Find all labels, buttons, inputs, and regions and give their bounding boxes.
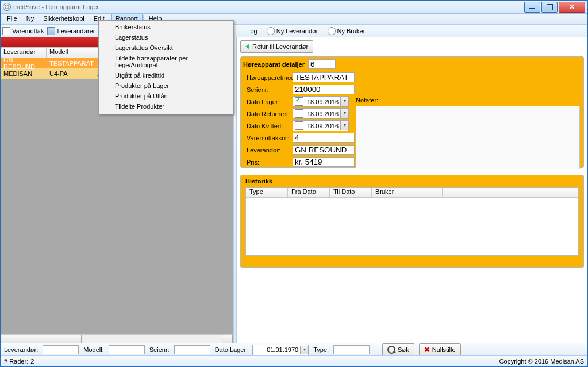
cell-modell: TESTAPPARAT — [47, 59, 94, 67]
col-modell[interactable]: Modell — [47, 48, 94, 58]
toolbar-varemottak[interactable]: Varemottak — [2, 27, 44, 35]
label-serienr: Serienr: — [245, 86, 293, 93]
cell-modell: U4-PA — [47, 70, 94, 78]
right-panel: Retur til Leverandør Høreapparat detalje… — [237, 37, 587, 345]
details-title: Høreapparat detaljer — [243, 61, 305, 68]
menu-sikkerhetskopi[interactable]: Sikkerhetskopi — [39, 14, 89, 24]
date-search-checkbox[interactable] — [255, 346, 263, 354]
toolbar-leverandorer[interactable]: Leverandører — [47, 27, 95, 35]
minimize-button[interactable] — [524, 2, 540, 13]
date-returnert-checkbox[interactable] — [295, 109, 303, 118]
label-search-modell: Modell: — [83, 346, 103, 353]
date-returnert-picker[interactable]: 18.09.2016 ▾ — [293, 108, 349, 119]
menu-item-brukerstatus[interactable]: Brukerstatus — [99, 22, 233, 32]
toolbar-ny-leverandor[interactable]: + Ny Leverandør — [267, 27, 318, 35]
label-varemottaksnr: Varemottaksnr: — [245, 135, 293, 142]
date-search-picker[interactable]: 01.01.1970 ▾ — [252, 345, 309, 355]
textarea-notater[interactable] — [356, 106, 580, 169]
col-type[interactable]: Type — [246, 188, 288, 197]
menu-file[interactable]: File — [2, 14, 22, 24]
label-search-seienr: Seienr: — [149, 346, 170, 353]
app-window: medSave - Høreapparat Lager ✕ File Ny Si… — [0, 0, 588, 367]
menu-item-lagerstatus[interactable]: Lagerstatus — [99, 32, 233, 43]
suppliers-icon — [47, 27, 55, 35]
return-to-supplier-button[interactable]: Retur til Leverandør — [240, 40, 313, 53]
dropdown-arrow-icon[interactable]: ▾ — [340, 97, 348, 106]
dropdown-arrow-icon[interactable]: ▾ — [340, 121, 348, 130]
menu-ny[interactable]: Ny — [22, 14, 39, 24]
label-leverandor: Leverandør: — [245, 147, 293, 154]
label-dato-lager: Dato Lager: — [245, 98, 293, 105]
reset-button[interactable]: ✖ Nullstille — [419, 343, 461, 356]
toolbar-ny-bruker[interactable]: + Ny Bruker — [328, 27, 366, 35]
details-panel: Høreapparat detaljer Høreapparetmodel: S… — [240, 56, 584, 168]
cell-leverandor: MEDISAN — [1, 70, 47, 78]
toolbar-ny-bruker-label: Ny Bruker — [337, 28, 366, 35]
date-lager-picker[interactable]: 18.09.2016 ▾ — [293, 96, 349, 107]
return-button-label: Retur til Leverandør — [252, 43, 308, 50]
date-kvittert-checkbox[interactable] — [295, 121, 303, 130]
input-search-seienr[interactable] — [174, 345, 210, 354]
input-pris[interactable] — [293, 157, 355, 167]
grid-empty-area — [1, 79, 233, 334]
menu-item-tildelte-horeapparater[interactable]: Tildelte høreapparater per Lege/Audiogra… — [99, 53, 233, 70]
reset-button-label: Nullstille — [432, 346, 456, 353]
date-kvittert-value: 18.09.2016 — [305, 123, 340, 129]
menu-item-lagerstatus-oversikt[interactable]: Lagerstatus Oversikt — [99, 43, 233, 53]
maximize-button[interactable] — [541, 2, 558, 13]
history-header-row: Type Fra Dato Til Dato Bruker — [246, 188, 578, 198]
label-dato-kvittert: Dato Kvittert: — [245, 123, 293, 129]
menu-item-produkter-utlan[interactable]: Produkter på Utlån — [99, 91, 233, 101]
plus-icon: + — [328, 27, 336, 35]
clear-icon: ✖ — [424, 346, 430, 353]
input-search-type[interactable] — [333, 345, 370, 354]
label-pris: Pris: — [245, 159, 293, 166]
input-search-leverandor[interactable] — [43, 345, 79, 354]
status-bar: # Rader: 2 Copyright ® 2016 Medisan AS — [1, 355, 587, 366]
date-kvittert-picker[interactable]: 18.09.2016 ▾ — [293, 120, 349, 131]
col-bruker[interactable]: Bruker — [372, 188, 443, 197]
label-search-type: Type: — [313, 346, 329, 353]
label-search-dato-lager: Dato Lager: — [215, 346, 248, 353]
col-til-dato[interactable]: Til Dato — [330, 188, 372, 197]
toolbar-truncated-label: og — [250, 28, 257, 35]
titlebar: medSave - Høreapparat Lager ✕ — [1, 1, 587, 14]
dropdown-arrow-icon[interactable]: ▾ — [300, 346, 308, 354]
history-title: Historikk — [241, 175, 583, 187]
status-rader-value: 2 — [30, 358, 34, 365]
input-leverandor[interactable] — [293, 145, 355, 155]
status-copyright: Copyright ® 2016 Medisan AS — [499, 358, 584, 365]
history-panel: Historikk Type Fra Dato Til Dato Bruker — [240, 175, 584, 268]
input-model[interactable] — [293, 72, 355, 82]
input-serienr[interactable] — [293, 85, 355, 94]
toolbar-varemottak-label: Varemottak — [12, 28, 44, 35]
toolbar-ny-leverandor-label: Ny Leverandør — [276, 28, 318, 35]
close-button[interactable]: ✕ — [559, 2, 585, 13]
search-button-label: Søk — [398, 346, 409, 353]
menu-item-produkter-lager[interactable]: Produkter på Lager — [99, 81, 233, 91]
label-search-leverandor: Leverandør: — [4, 346, 38, 353]
date-lager-checkbox[interactable] — [295, 97, 303, 106]
cell-leverandor: GN RESOUND — [1, 56, 47, 71]
label-notater: Notater: — [356, 97, 378, 104]
history-grid: Type Fra Dato Til Dato Bruker — [245, 187, 579, 256]
details-id-field[interactable] — [308, 59, 336, 69]
status-rader-label: # Rader: — [4, 358, 28, 365]
date-search-value: 01.01.1970 — [265, 346, 300, 353]
menu-item-tildelte-produkter[interactable]: Tildelte Produkter — [99, 101, 233, 112]
input-varemottaksnr[interactable] — [293, 133, 355, 143]
left-panel: Høre Leverandør Modell GN RESOUND TESTAP… — [1, 37, 233, 345]
col-fra-dato[interactable]: Fra Dato — [288, 188, 330, 197]
app-icon — [3, 3, 11, 11]
rapport-dropdown: Brukerstatus Lagerstatus Lagerstatus Ove… — [98, 20, 234, 114]
input-search-modell[interactable] — [109, 345, 145, 354]
plus-icon: + — [267, 27, 275, 35]
dropdown-arrow-icon[interactable]: ▾ — [340, 109, 348, 118]
menu-item-utgatt-kredittid[interactable]: Utgått på kredittid — [99, 70, 233, 81]
date-returnert-value: 18.09.2016 — [305, 110, 340, 117]
main-area: Høre Leverandør Modell GN RESOUND TESTAP… — [1, 37, 587, 345]
search-icon — [387, 346, 395, 354]
col-spacer — [443, 188, 578, 197]
search-button[interactable]: Søk — [382, 343, 414, 356]
menubar: File Ny Sikkerhetskopi Edit Rapport Help — [1, 14, 587, 25]
